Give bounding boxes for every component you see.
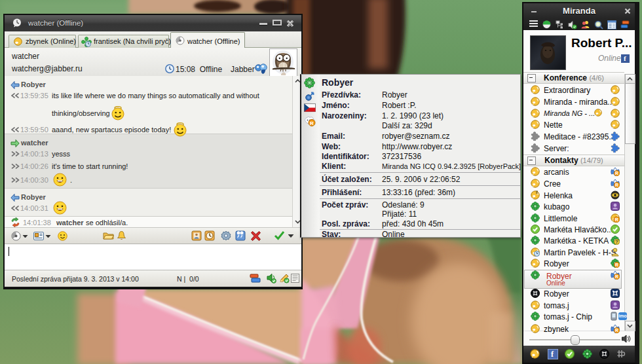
svg-text:R: R	[310, 120, 314, 126]
svg-text:?: ?	[615, 240, 618, 244]
